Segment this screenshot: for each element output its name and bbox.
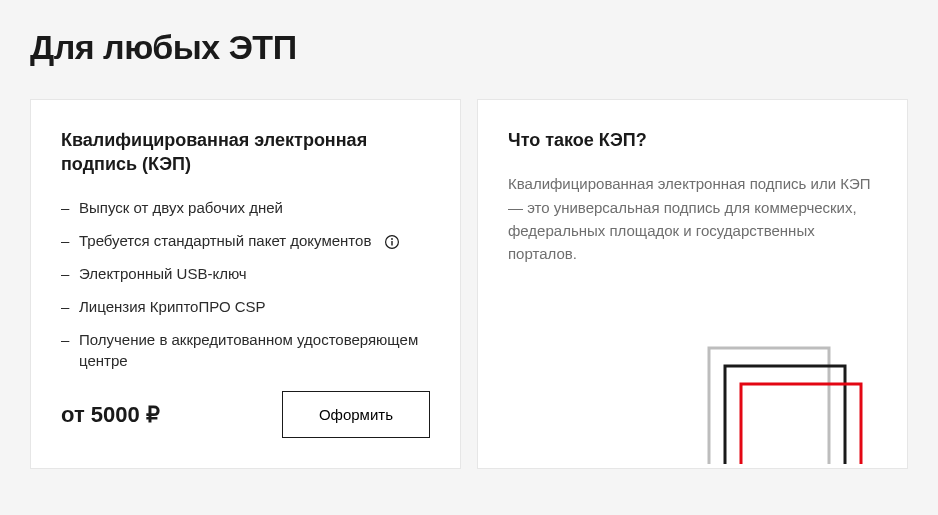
info-icon[interactable] (384, 234, 400, 250)
svg-point-1 (391, 238, 393, 240)
product-title: Квалифицированная электронная подпись (К… (61, 128, 430, 177)
feature-text: Получение в аккредитованном удостоверяющ… (79, 331, 418, 369)
product-card: Квалифицированная электронная подпись (К… (30, 99, 461, 469)
svg-rect-4 (725, 366, 845, 464)
decorative-frames-icon (677, 344, 877, 468)
list-item: Выпуск от двух рабочих дней (61, 197, 430, 218)
info-title: Что такое КЭП? (508, 128, 877, 152)
svg-rect-5 (741, 384, 861, 464)
list-item: Получение в аккредитованном удостоверяющ… (61, 329, 430, 371)
svg-rect-2 (391, 241, 392, 246)
info-card: Что такое КЭП? Квалифицированная электро… (477, 99, 908, 469)
feature-text: Лицензия КриптоПРО CSP (79, 298, 266, 315)
cards-container: Квалифицированная электронная подпись (К… (30, 99, 908, 469)
feature-text: Выпуск от двух рабочих дней (79, 199, 283, 216)
order-button[interactable]: Оформить (282, 391, 430, 438)
list-item: Лицензия КриптоПРО CSP (61, 296, 430, 317)
price-row: от 5000 ₽ Оформить (61, 391, 430, 438)
list-item: Требуется стандартный пакет документов (61, 230, 430, 251)
list-item: Электронный USB-ключ (61, 263, 430, 284)
feature-list: Выпуск от двух рабочих дней Требуется ст… (61, 197, 430, 371)
feature-text: Требуется стандартный пакет документов (79, 232, 371, 249)
info-text: Квалифицированная электронная подпись ил… (508, 172, 877, 265)
page-title: Для любых ЭТП (30, 28, 908, 67)
feature-text: Электронный USB-ключ (79, 265, 247, 282)
price-label: от 5000 ₽ (61, 402, 160, 428)
